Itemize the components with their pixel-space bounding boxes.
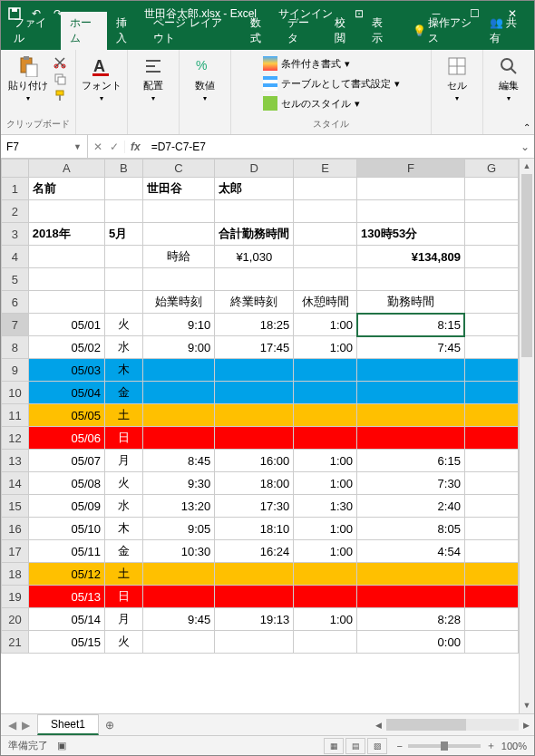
cell-E18[interactable] [294,563,357,586]
cell-B21[interactable]: 火 [105,631,143,654]
cell-D10[interactable] [215,382,294,404]
cell-F12[interactable] [357,427,465,450]
cell-C11[interactable] [142,404,215,427]
zoom-in-button[interactable]: ＋ [486,739,496,752]
cell-G13[interactable] [464,450,518,472]
cell-B4[interactable] [105,246,143,268]
tab-data[interactable]: データ [278,12,325,50]
row-header-18[interactable]: 18 [2,563,29,586]
cell-A11[interactable]: 05/05 [28,404,104,427]
cell-D5[interactable] [215,268,294,291]
cells-button[interactable]: セル▾ [437,55,477,102]
row-header-21[interactable]: 21 [2,631,29,654]
cell-E12[interactable] [294,427,357,450]
cell-E20[interactable]: 1:00 [294,608,357,631]
cell-A19[interactable]: 05/13 [28,586,104,608]
row-header-12[interactable]: 12 [2,427,29,450]
cell-F19[interactable] [357,586,465,608]
cell-A4[interactable] [28,246,104,268]
cell-F16[interactable]: 8:05 [357,518,465,540]
cell-F14[interactable]: 7:30 [357,472,465,495]
row-header-4[interactable]: 4 [2,246,29,268]
cell-G15[interactable] [464,495,518,518]
cell-B20[interactable]: 月 [105,608,143,631]
cell-G3[interactable] [464,223,518,246]
cell-D17[interactable]: 16:24 [215,540,294,563]
cell-F8[interactable]: 7:45 [357,336,465,359]
cell-D12[interactable] [215,427,294,450]
select-all-button[interactable] [2,160,29,178]
cell-B18[interactable]: 土 [105,563,143,586]
cut-button[interactable] [52,55,68,70]
cell-A16[interactable]: 05/10 [28,518,104,540]
cell-A18[interactable]: 05/12 [28,563,104,586]
row-header-10[interactable]: 10 [2,382,29,404]
paste-button[interactable]: 貼り付け▾ [8,55,48,102]
cell-A7[interactable]: 05/01 [28,314,104,336]
cell-A21[interactable]: 05/15 [28,631,104,654]
share-button[interactable]: 👥 共有 [482,12,530,50]
vertical-scrollbar[interactable]: ▲ ▼ [519,159,534,713]
cell-G1[interactable] [464,178,518,200]
cell-C18[interactable] [142,563,215,586]
cell-F11[interactable] [357,404,465,427]
scroll-up-icon[interactable]: ▲ [520,159,534,174]
cell-F5[interactable] [357,268,465,291]
macro-record-icon[interactable]: ▣ [57,740,66,751]
row-header-1[interactable]: 1 [2,178,29,200]
cell-E6[interactable]: 休憩時間 [294,291,357,314]
cell-G4[interactable] [464,246,518,268]
cell-D3[interactable]: 合計勤務時間 [215,223,294,246]
row-header-19[interactable]: 19 [2,586,29,608]
tab-view[interactable]: 表示 [363,12,400,50]
cell-G2[interactable] [464,200,518,223]
zoom-level[interactable]: 100% [501,741,527,751]
cell-D20[interactable]: 19:13 [215,608,294,631]
cell-D4[interactable]: ¥1,030 [215,246,294,268]
cell-B5[interactable] [105,268,143,291]
cell-C3[interactable] [142,223,215,246]
row-header-5[interactable]: 5 [2,268,29,291]
cell-D19[interactable] [215,586,294,608]
cell-D1[interactable]: 太郎 [215,178,294,200]
cell-A1[interactable]: 名前 [28,178,104,200]
number-button[interactable]: %数値▾ [185,55,225,102]
cell-G19[interactable] [464,586,518,608]
cell-E7[interactable]: 1:00 [294,314,357,336]
zoom-slider[interactable] [408,744,481,748]
cell-E11[interactable] [294,404,357,427]
cell-D16[interactable]: 18:10 [215,518,294,540]
scroll-thumb[interactable] [521,174,532,357]
cancel-formula-icon[interactable]: ✕ [93,141,102,153]
cell-D15[interactable]: 17:30 [215,495,294,518]
format-as-table-button[interactable]: テーブルとして書式設定 ▾ [261,75,402,92]
cell-C14[interactable]: 9:30 [142,472,215,495]
conditional-formatting-button[interactable]: 条件付き書式 ▾ [261,55,352,72]
cell-G8[interactable] [464,336,518,359]
cell-C21[interactable] [142,631,215,654]
cell-G7[interactable] [464,314,518,336]
tab-insert[interactable]: 挿入 [107,12,144,50]
cell-grid[interactable]: ABCDEFG 1名前世田谷太郎232018年5月合計勤務時間130時53分4時… [1,159,519,654]
page-layout-view-button[interactable]: ▤ [345,738,365,754]
cell-G12[interactable] [464,427,518,450]
scroll-right-icon[interactable]: ▶ [519,721,534,730]
row-header-3[interactable]: 3 [2,223,29,246]
cell-B9[interactable]: 木 [105,359,143,382]
cell-A3[interactable]: 2018年 [28,223,104,246]
chevron-down-icon[interactable]: ▼ [73,142,82,151]
enter-formula-icon[interactable]: ✓ [110,141,119,153]
cell-F3[interactable]: 130時53分 [357,223,465,246]
cell-F9[interactable] [357,359,465,382]
cell-C4[interactable]: 時給 [142,246,215,268]
cell-C1[interactable]: 世田谷 [142,178,215,200]
row-header-2[interactable]: 2 [2,200,29,223]
cell-B17[interactable]: 金 [105,540,143,563]
cell-B14[interactable]: 火 [105,472,143,495]
col-header-E[interactable]: E [294,160,357,178]
cell-C20[interactable]: 9:45 [142,608,215,631]
cell-A15[interactable]: 05/09 [28,495,104,518]
cell-A8[interactable]: 05/02 [28,336,104,359]
cell-E9[interactable] [294,359,357,382]
cell-B10[interactable]: 金 [105,382,143,404]
